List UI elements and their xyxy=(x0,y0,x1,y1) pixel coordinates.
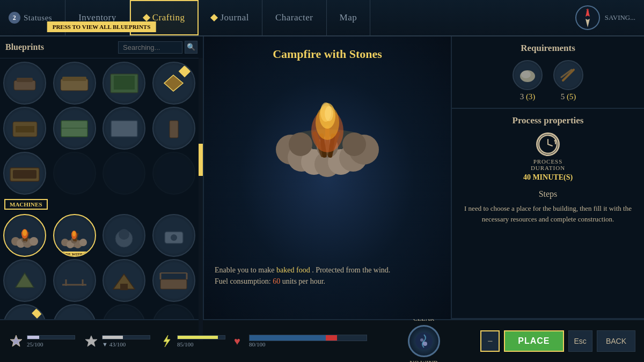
process-duration-label: PROCESSDURATION xyxy=(531,158,565,171)
nav-journal[interactable]: Journal xyxy=(199,0,262,35)
svg-point-82 xyxy=(521,71,531,78)
svg-point-23 xyxy=(30,237,38,246)
compass-icon: N xyxy=(575,5,601,31)
svg-point-69 xyxy=(289,132,312,156)
svg-rect-13 xyxy=(61,121,87,137)
baked-food-text: baked food xyxy=(276,266,310,274)
svg-marker-89 xyxy=(10,335,22,346)
map-label: Map xyxy=(340,12,357,23)
campfire-blueprint-item[interactable] xyxy=(3,214,46,257)
diamond-icon-journal xyxy=(210,14,218,21)
blueprint-item[interactable] xyxy=(53,62,96,105)
item-description: Enable you to make baked food . Protecte… xyxy=(215,264,440,287)
campfire-visual xyxy=(252,67,402,184)
requirements-section: Requirements 3 (3) xyxy=(452,36,644,109)
esc-button[interactable]: Esc xyxy=(568,330,592,352)
blueprint-item[interactable] xyxy=(152,62,195,105)
fuel-value: 60 xyxy=(273,277,280,285)
description-text: Enable you to make xyxy=(215,266,275,274)
machines-section-label-row: MACHINES xyxy=(3,197,200,212)
health-bar-bg xyxy=(249,335,367,341)
search-button[interactable]: 🔍 xyxy=(185,41,197,54)
svg-point-93 xyxy=(423,342,427,346)
stat-group-energy: 85/100 xyxy=(159,334,225,349)
weather-right-label: NO WIND xyxy=(409,359,438,362)
process-title: Process properties xyxy=(460,115,635,126)
nav-character[interactable]: Character xyxy=(262,0,327,35)
center-panel: Campfire with Stones xyxy=(204,36,451,319)
svg-rect-9 xyxy=(114,76,135,90)
stat-bar-fill-food xyxy=(103,336,123,339)
svg-point-29 xyxy=(23,230,27,236)
weather-orb xyxy=(408,325,440,357)
view-all-button[interactable]: PRESS TO VIEW ALL BLUEPRINTS xyxy=(47,21,156,32)
blueprint-item[interactable] xyxy=(103,259,145,302)
fuel-prefix: Fuel consumption: xyxy=(215,277,273,285)
svg-marker-91 xyxy=(164,335,170,347)
blueprint-item[interactable] xyxy=(3,107,46,150)
svg-rect-18 xyxy=(13,170,36,179)
svg-rect-7 xyxy=(62,77,86,81)
svg-rect-15 xyxy=(111,121,137,137)
blueprint-item[interactable] xyxy=(103,107,145,150)
fuel-suffix: units per hour. xyxy=(280,277,325,285)
blueprint-item xyxy=(152,152,195,195)
svg-point-94 xyxy=(420,338,423,342)
compass-area: N SAVING... xyxy=(566,5,644,31)
svg-point-44 xyxy=(171,234,177,241)
req-item-sticks: 5 (5) xyxy=(553,60,583,101)
stat-bars-stamina: 25/100 xyxy=(27,335,75,348)
process-duration-area: PROCESSDURATION 40 MINUTE(S) xyxy=(460,132,635,182)
req-count-sticks: 5 (5) xyxy=(561,92,576,101)
bottom-center: CLEAR NO WIND xyxy=(376,315,472,362)
campfire-svg xyxy=(252,67,402,184)
back-button[interactable]: BACK xyxy=(597,330,635,352)
blueprint-item[interactable] xyxy=(152,107,195,150)
blueprint-item[interactable] xyxy=(53,259,96,302)
svg-marker-90 xyxy=(85,336,97,346)
svg-rect-51 xyxy=(160,279,187,289)
req-item-stone: 3 (3) xyxy=(513,60,543,101)
journal-label: Journal xyxy=(220,12,249,23)
statuses-label: Statuses xyxy=(24,13,52,23)
place-button[interactable]: PLACE xyxy=(504,330,564,352)
svg-point-80 xyxy=(325,106,333,121)
search-input[interactable] xyxy=(118,41,182,54)
req-count-stone: 3 (3) xyxy=(520,92,536,101)
right-panel: Requirements 3 (3) xyxy=(451,36,644,319)
search-area: 🔍 xyxy=(118,41,197,54)
sticks-icon xyxy=(553,60,583,90)
saving-text: SAVING... xyxy=(605,13,635,22)
blueprint-item[interactable] xyxy=(152,214,195,257)
stat-bars-energy: 85/100 xyxy=(177,335,225,348)
svg-text:N: N xyxy=(586,9,589,13)
blueprint-item[interactable] xyxy=(53,107,96,150)
stat-bar-fill-energy xyxy=(178,336,218,339)
svg-marker-10 xyxy=(164,75,183,91)
svg-line-87 xyxy=(548,144,552,146)
svg-rect-16 xyxy=(170,121,178,138)
description-text2: . Protected from the wind. xyxy=(312,266,390,274)
blueprint-item[interactable] xyxy=(3,152,46,195)
stat-value-food: ▼ 43/100 xyxy=(102,341,150,348)
blueprints-panel: PRESS TO VIEW ALL BLUEPRINTS Blueprints … xyxy=(0,36,204,319)
stat-group-food: ▼ 43/100 xyxy=(84,334,150,349)
scroll-thumb[interactable] xyxy=(199,144,203,176)
blueprints-header: PRESS TO VIEW ALL BLUEPRINTS Blueprints … xyxy=(0,36,203,58)
nav-map[interactable]: Map xyxy=(327,0,371,35)
campfire-stones-blueprint-item[interactable]: CAMPFIRE WITH STONES xyxy=(53,214,96,257)
bottom-bar: 25/100 ▼ 43/100 85/100 ♥ xyxy=(0,319,644,362)
blueprint-item[interactable] xyxy=(3,304,46,319)
stat-bar-fill-stamina xyxy=(27,336,39,339)
machines-section-label: MACHINES xyxy=(4,199,48,210)
blueprint-item[interactable] xyxy=(3,259,46,302)
blueprint-item[interactable] xyxy=(53,304,96,319)
minus-button[interactable]: − xyxy=(480,330,500,352)
blueprint-item[interactable] xyxy=(3,62,46,105)
blueprint-item[interactable] xyxy=(103,214,145,257)
blueprints-grid: MACHINES xyxy=(0,58,203,319)
svg-rect-5 xyxy=(17,78,33,82)
blueprint-item[interactable] xyxy=(152,259,195,302)
requirements-title: Requirements xyxy=(460,43,635,54)
blueprint-item[interactable] xyxy=(103,62,145,105)
